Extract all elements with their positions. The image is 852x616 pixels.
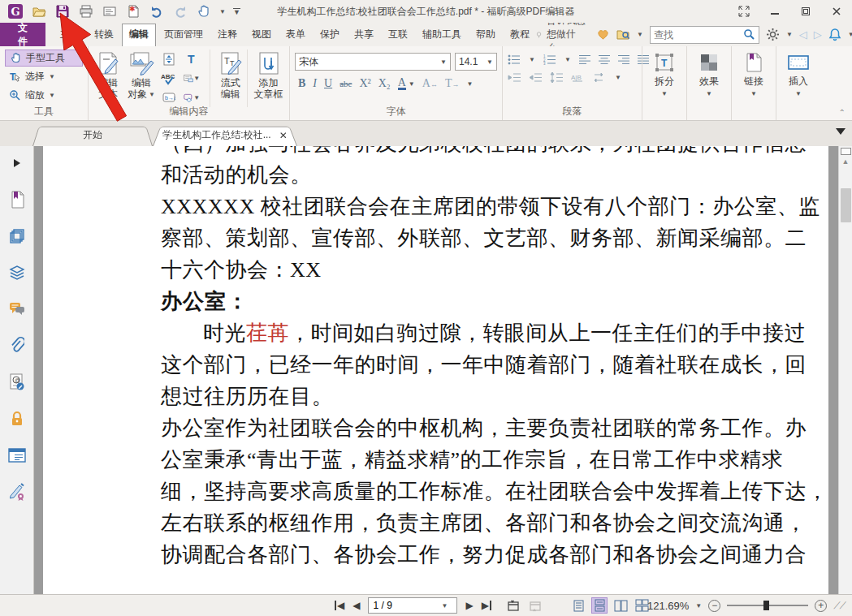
text-comment-dropdown-caret[interactable]: ▼ [193, 75, 200, 82]
add-article-box-button[interactable]: 添加 文章框 [247, 50, 284, 107]
join-split-text-button[interactable] [161, 52, 177, 67]
find-search-box[interactable] [650, 26, 759, 44]
spell-check-button[interactable]: ABC [161, 71, 177, 86]
undo-icon[interactable] [149, 3, 165, 19]
underline-button[interactable]: U [324, 77, 332, 90]
align-left-button[interactable] [579, 54, 590, 65]
minimize-button[interactable] [759, 1, 790, 22]
font-color-caret[interactable]: ▼ [409, 80, 415, 88]
tab-home[interactable]: 主页 [54, 24, 86, 45]
superscript-button[interactable]: X² [359, 77, 370, 90]
tab-protect[interactable]: 保护 [314, 24, 346, 45]
tab-view[interactable]: 视图 [245, 24, 278, 45]
bold-button[interactable]: B [298, 77, 305, 90]
align-center-button[interactable] [599, 54, 610, 65]
hand-tool-icon[interactable] [196, 3, 212, 19]
create-pdf-icon[interactable]: ✱ [125, 3, 141, 19]
edit-text-button[interactable]: 编辑 文本 [93, 50, 123, 107]
merge-text-button[interactable]: b→a [161, 90, 177, 105]
digital-signatures-panel-icon[interactable]: @ [8, 373, 26, 391]
search-folder-icon[interactable] [616, 28, 630, 41]
page-number-input[interactable] [373, 600, 441, 611]
doc-tab-close-icon[interactable]: ✕ [279, 130, 288, 141]
favorite-heart-icon[interactable] [596, 28, 610, 41]
numbered-list-button[interactable]: 123 [543, 54, 556, 65]
search-folder-dropdown-caret[interactable]: ▼ [637, 31, 643, 38]
font-size-combo[interactable]: 14.1 ▼ [455, 53, 497, 71]
indent-decrease-button[interactable] [529, 72, 542, 83]
shapes-dropdown-caret[interactable]: ▼ [193, 94, 200, 101]
reflow-edit-button[interactable]: TT 流式 编辑 [210, 50, 244, 107]
attachments-panel-icon[interactable] [8, 337, 26, 355]
next-view-button[interactable] [528, 600, 542, 612]
last-page-button[interactable]: ▶ [482, 601, 491, 610]
collapse-ribbon-icon[interactable]: ⌃ [839, 108, 846, 117]
security-panel-icon[interactable] [8, 410, 26, 428]
bell-dropdown-caret[interactable]: ▼ [848, 31, 852, 38]
history-back-icon[interactable]: ◁ [799, 28, 807, 41]
doc-tab-start[interactable]: 开始 [32, 124, 153, 146]
tab-file[interactable]: 文件 [0, 23, 45, 46]
expand-panel-icon[interactable] [8, 154, 26, 172]
search-icon[interactable] [743, 28, 755, 41]
text-comment-button[interactable]: ▼ [184, 71, 200, 86]
insert-button[interactable]: 插入 ▼ [781, 50, 815, 107]
close-button[interactable] [821, 1, 852, 22]
layers-panel-icon[interactable] [8, 264, 26, 282]
italic-button[interactable]: I [313, 77, 317, 90]
scrollbar-thumb[interactable] [841, 188, 851, 222]
restore-button[interactable] [790, 1, 821, 22]
first-page-button[interactable]: ◀ [335, 601, 344, 610]
vertical-scrollbar[interactable]: ▲ [838, 146, 852, 594]
tab-edit[interactable]: 编辑 [122, 24, 156, 46]
page-thumbnails-panel-icon[interactable] [8, 227, 26, 245]
facing-view-button[interactable] [612, 597, 629, 614]
page-number-caret[interactable]: ▼ [441, 602, 448, 610]
hand-tool-dropdown-caret[interactable]: ▼ [219, 8, 226, 15]
save-icon[interactable] [54, 3, 71, 19]
zoom-tool-button[interactable]: 缩放 ▼ [5, 87, 83, 104]
tab-organize[interactable]: 页面管理 [158, 24, 210, 45]
add-text-button[interactable]: T [184, 52, 200, 67]
tab-list-dropdown-icon[interactable] [836, 128, 846, 135]
tab-connect[interactable]: 互联 [382, 24, 414, 45]
scroll-up-icon[interactable]: ▲ [842, 157, 850, 166]
email-icon[interactable] [102, 3, 118, 19]
gear-dropdown-caret[interactable]: ▼ [786, 31, 793, 38]
font-color-button[interactable]: A [398, 77, 406, 90]
indent-increase-button[interactable] [508, 72, 521, 83]
effects-button[interactable]: 效果 ▼ [692, 50, 726, 107]
font-name-combo[interactable]: 宋体 ▼ [295, 53, 451, 71]
previous-view-button[interactable] [506, 600, 520, 612]
tab-share[interactable]: 共享 [348, 24, 380, 45]
select-dropdown-caret[interactable]: ▼ [49, 73, 55, 80]
select-tool-button[interactable]: T 选择 ▼ [5, 68, 83, 85]
link-button[interactable]: 链接 ▼ [737, 50, 771, 107]
paragraph-spacing-button[interactable] [594, 72, 607, 83]
tab-form[interactable]: 表单 [279, 24, 312, 45]
zoom-slider[interactable] [727, 605, 808, 606]
fullscreen-button[interactable] [729, 1, 759, 22]
insert-caret[interactable]: ▼ [795, 90, 802, 97]
paragraph-spacing-caret[interactable]: ▼ [615, 74, 621, 81]
pdf-page[interactable]: （四）加强与社会各界及兄弟校校社团的联系，为社团提供合作信息 和活动的机会。 X… [43, 146, 828, 594]
tab-accessibility[interactable]: 辅助工具 [416, 24, 468, 45]
bookmarks-panel-icon[interactable] [8, 191, 26, 209]
continuous-view-button[interactable] [591, 597, 608, 614]
line-spacing-button[interactable] [550, 72, 563, 83]
single-page-view-button[interactable] [570, 597, 586, 614]
zoom-percent-caret[interactable]: ▼ [695, 602, 702, 610]
zoom-out-button[interactable]: − [708, 600, 720, 612]
app-logo-icon[interactable]: G [7, 3, 24, 19]
bullet-list-button[interactable] [508, 54, 521, 65]
link-caret[interactable]: ▼ [750, 90, 757, 97]
gear-icon[interactable] [766, 28, 780, 41]
history-forward-icon[interactable]: ▷ [814, 28, 822, 41]
next-page-button[interactable]: ▶ [465, 601, 473, 610]
customize-quick-access-icon[interactable]: ▼ [233, 8, 240, 15]
char-scale-caret[interactable]: ▼ [466, 80, 473, 88]
tab-tutorial[interactable]: 教程 [504, 24, 536, 45]
char-spacing-button[interactable]: A↔ [422, 77, 438, 90]
redo-icon[interactable] [172, 3, 188, 19]
edit-object-button[interactable]: 编辑 对象▼ [127, 50, 157, 107]
